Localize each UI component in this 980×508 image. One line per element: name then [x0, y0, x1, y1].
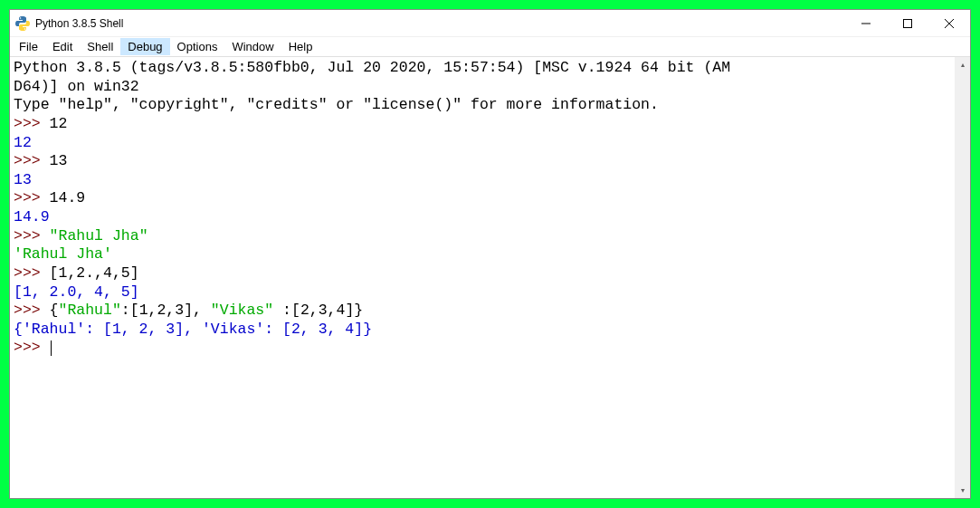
prompt: >>>	[14, 152, 50, 169]
scroll-down-arrow[interactable]: ▾	[955, 483, 970, 498]
python-icon	[15, 16, 30, 31]
menu-file[interactable]: File	[12, 38, 45, 55]
output-text: {'Rahul': [1, 2, 3], 'Vikas': [2, 3, 4]}	[14, 321, 372, 338]
maximize-button[interactable]	[887, 10, 928, 36]
output-text: [1, 2.0, 4, 5]	[14, 283, 139, 301]
content-area: Python 3.8.5 (tags/v3.8.5:580fbb0, Jul 2…	[10, 57, 970, 498]
prompt: >>>	[14, 189, 50, 206]
minimize-button[interactable]	[845, 10, 887, 36]
close-button[interactable]	[928, 10, 970, 36]
banner-line: D64)] on win32	[14, 78, 139, 95]
output-text: 13	[14, 171, 32, 188]
input-text: "Rahul Jha"	[50, 227, 148, 244]
prompt: >>>	[14, 227, 50, 244]
input-text: 14.9	[50, 189, 86, 206]
svg-point-0	[20, 17, 22, 19]
prompt: >>>	[14, 302, 50, 319]
menu-options[interactable]: Options	[170, 38, 225, 55]
window-controls	[845, 10, 970, 36]
menu-help[interactable]: Help	[281, 38, 320, 55]
prompt: >>>	[14, 339, 50, 356]
text-cursor	[51, 340, 52, 356]
menu-bar: FileEditShellDebugOptionsWindowHelp	[10, 37, 970, 57]
prompt: >>>	[14, 264, 50, 282]
output-text: 12	[14, 134, 32, 151]
banner-line: Python 3.8.5 (tags/v3.8.5:580fbb0, Jul 2…	[14, 59, 730, 76]
input-text: "Vikas"	[211, 302, 273, 319]
prompt: >>>	[14, 115, 50, 132]
vertical-scrollbar[interactable]: ▴ ▾	[955, 57, 970, 498]
shell-output[interactable]: Python 3.8.5 (tags/v3.8.5:580fbb0, Jul 2…	[10, 57, 955, 498]
menu-window[interactable]: Window	[224, 38, 281, 55]
svg-point-1	[24, 28, 26, 30]
input-text: [1,2.,4,5]	[50, 264, 139, 282]
menu-edit[interactable]: Edit	[45, 38, 80, 55]
window-title: Python 3.8.5 Shell	[35, 17, 845, 30]
input-text: {	[50, 302, 59, 319]
svg-rect-3	[904, 19, 912, 27]
menu-shell[interactable]: Shell	[80, 38, 120, 55]
output-text: 14.9	[14, 208, 50, 225]
input-text: 12	[50, 115, 68, 132]
window-frame: Python 3.8.5 Shell FileEditShellDebugOpt…	[9, 9, 971, 499]
banner-line: Type "help", "copyright", "credits" or "…	[14, 96, 659, 113]
title-bar[interactable]: Python 3.8.5 Shell	[10, 10, 970, 37]
input-text: "Rahul"	[59, 302, 121, 319]
scroll-up-arrow[interactable]: ▴	[955, 57, 970, 72]
input-text: :[2,3,4]}	[273, 302, 363, 319]
input-text: 13	[50, 152, 68, 169]
output-text: 'Rahul Jha'	[14, 245, 112, 263]
menu-debug[interactable]: Debug	[120, 38, 169, 55]
input-text: :[1,2,3],	[121, 302, 211, 319]
